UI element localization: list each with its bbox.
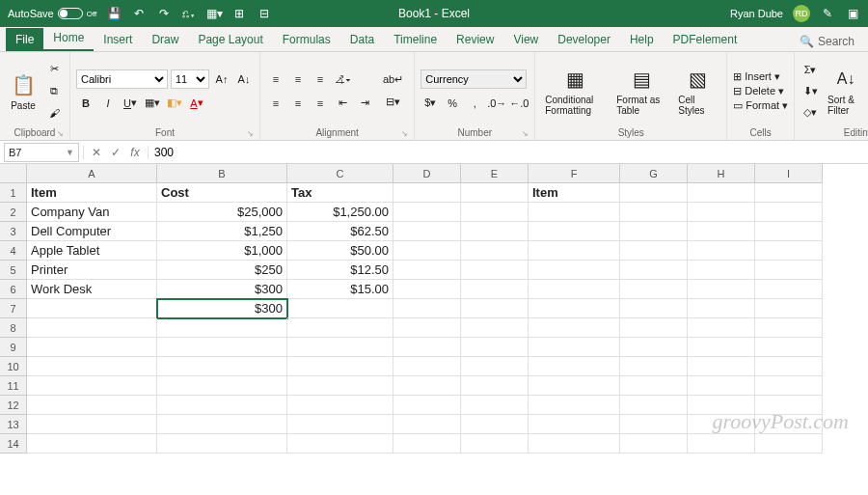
cut-icon[interactable]: ✂	[44, 59, 64, 78]
copy-icon[interactable]: ⧉	[44, 81, 64, 100]
cell-F4[interactable]	[529, 241, 620, 261]
ribbon-display-icon[interactable]: ▣	[845, 6, 860, 21]
cell-H9[interactable]	[688, 338, 755, 357]
cell-G6[interactable]	[620, 280, 688, 299]
border-button[interactable]: ▦▾	[143, 94, 162, 113]
cell-H3[interactable]	[688, 222, 755, 241]
merge-center-button[interactable]: ⊟▾	[378, 93, 408, 112]
cell-E7[interactable]	[461, 299, 529, 318]
row-header-12[interactable]: 12	[0, 396, 27, 415]
cell-C7[interactable]	[287, 299, 393, 318]
cell-F10[interactable]	[529, 357, 620, 376]
cell-H14[interactable]	[688, 434, 755, 454]
formula-input[interactable]	[149, 146, 868, 159]
cell-C2[interactable]: $1,250.00	[287, 203, 393, 222]
tab-home[interactable]: Home	[43, 26, 94, 51]
cell-D12[interactable]	[393, 396, 461, 415]
undo-icon[interactable]: ↶	[131, 6, 147, 21]
cell-C8[interactable]	[287, 318, 393, 338]
cell-H5[interactable]	[688, 261, 755, 280]
cell-B8[interactable]	[157, 318, 287, 338]
row-header-11[interactable]: 11	[0, 376, 27, 396]
cell-D11[interactable]	[393, 376, 461, 396]
cell-D13[interactable]	[393, 415, 461, 434]
cell-I2[interactable]	[755, 203, 823, 222]
cell-G9[interactable]	[620, 338, 688, 357]
cell-E11[interactable]	[461, 376, 529, 396]
cell-C9[interactable]	[287, 338, 393, 357]
cell-H10[interactable]	[688, 357, 755, 376]
cell-G12[interactable]	[620, 396, 688, 415]
cell-G7[interactable]	[620, 299, 688, 318]
cell-E9[interactable]	[461, 338, 529, 357]
launcher-icon[interactable]: ↘	[57, 129, 64, 138]
row-header-7[interactable]: 7	[0, 299, 27, 318]
tab-view[interactable]: View	[503, 28, 548, 51]
row-header-3[interactable]: 3	[0, 222, 27, 241]
cell-E13[interactable]	[461, 415, 529, 434]
conditional-formatting-button[interactable]: ▦Conditional Formatting	[541, 64, 609, 118]
cell-B2[interactable]: $25,000	[157, 203, 287, 222]
tab-file[interactable]: File	[6, 28, 43, 51]
align-bottom-icon[interactable]: ≡	[311, 69, 330, 89]
cell-F14[interactable]	[529, 434, 620, 454]
cell-I10[interactable]	[755, 357, 823, 376]
cell-I7[interactable]	[755, 299, 823, 318]
cell-H11[interactable]	[688, 376, 755, 396]
clear-icon[interactable]: ◇▾	[800, 102, 820, 122]
cell-C3[interactable]: $62.50	[287, 222, 393, 241]
cell-F2[interactable]	[529, 203, 620, 222]
spreadsheet-grid[interactable]: ABCDEFGHI 1234567891011121314 ItemCostTa…	[0, 164, 868, 454]
column-header-I[interactable]: I	[755, 164, 823, 183]
increase-indent-icon[interactable]: ⇥	[355, 94, 374, 113]
orientation-icon[interactable]: ⦨▾	[333, 69, 352, 89]
tab-help[interactable]: Help	[620, 28, 664, 51]
row-header-1[interactable]: 1	[0, 183, 27, 203]
launcher-icon[interactable]: ↘	[247, 129, 254, 138]
cell-I1[interactable]	[755, 183, 823, 203]
column-header-A[interactable]: A	[27, 164, 157, 183]
increase-font-icon[interactable]: A↑	[212, 69, 231, 89]
cell-A8[interactable]	[27, 318, 157, 338]
cell-D9[interactable]	[393, 338, 461, 357]
cell-H6[interactable]	[688, 280, 755, 299]
cell-H2[interactable]	[688, 203, 755, 222]
launcher-icon[interactable]: ↘	[522, 129, 529, 138]
row-header-14[interactable]: 14	[0, 434, 27, 454]
cell-C5[interactable]: $12.50	[287, 261, 393, 280]
align-right-icon[interactable]: ≡	[311, 94, 330, 113]
cell-E1[interactable]	[461, 183, 529, 203]
cell-I6[interactable]	[755, 280, 823, 299]
cell-D2[interactable]	[393, 203, 461, 222]
cell-I3[interactable]	[755, 222, 823, 241]
cell-C11[interactable]	[287, 376, 393, 396]
align-top-icon[interactable]: ≡	[266, 69, 285, 89]
comma-icon[interactable]: ,	[465, 94, 484, 113]
column-header-C[interactable]: C	[287, 164, 393, 183]
cell-H8[interactable]	[688, 318, 755, 338]
cell-F9[interactable]	[529, 338, 620, 357]
tab-page-layout[interactable]: Page Layout	[188, 28, 272, 51]
tab-data[interactable]: Data	[340, 28, 384, 51]
row-header-5[interactable]: 5	[0, 261, 27, 280]
tab-formulas[interactable]: Formulas	[273, 28, 340, 51]
row-header-6[interactable]: 6	[0, 280, 27, 299]
align-left-icon[interactable]: ≡	[266, 94, 285, 113]
toggle-off-icon[interactable]	[58, 8, 83, 19]
cell-C6[interactable]: $15.00	[287, 280, 393, 299]
format-as-table-button[interactable]: ▤Format as Table	[612, 64, 670, 118]
cell-D3[interactable]	[393, 222, 461, 241]
cell-F6[interactable]	[529, 280, 620, 299]
quick-icon-2[interactable]: ▦▾	[206, 6, 222, 21]
cell-B11[interactable]	[157, 376, 287, 396]
cell-E4[interactable]	[461, 241, 529, 261]
cell-G2[interactable]	[620, 203, 688, 222]
cell-G4[interactable]	[620, 241, 688, 261]
row-header-13[interactable]: 13	[0, 415, 27, 434]
chevron-down-icon[interactable]: ▼	[66, 148, 74, 157]
align-center-icon[interactable]: ≡	[288, 94, 308, 113]
column-header-D[interactable]: D	[393, 164, 461, 183]
launcher-icon[interactable]: ↘	[401, 129, 408, 138]
cell-D8[interactable]	[393, 318, 461, 338]
cell-B5[interactable]: $250	[157, 261, 287, 280]
